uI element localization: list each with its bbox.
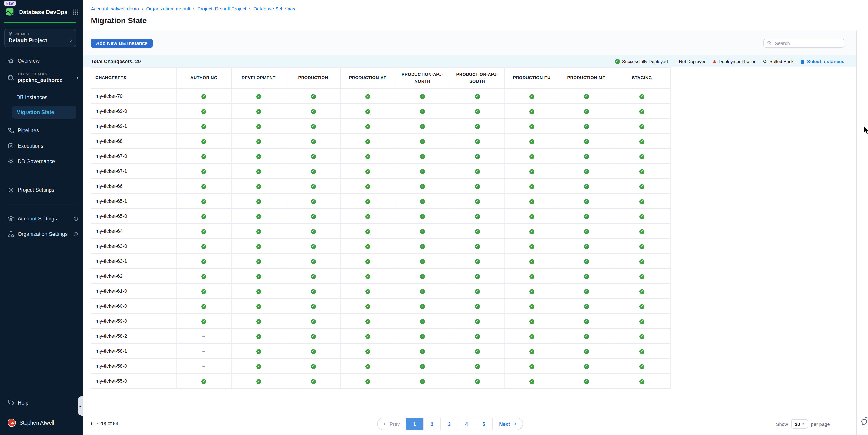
sidebar-item-overview[interactable]: Overview <box>4 55 79 67</box>
status-cell: ✓ <box>231 269 286 283</box>
svg-text:?: ? <box>9 400 11 403</box>
feedback-widget-icon[interactable] <box>860 416 868 425</box>
status-cell: ✓ <box>450 223 504 239</box>
search-box[interactable] <box>764 38 844 48</box>
success-icon: ✓ <box>311 349 316 354</box>
sidebar-collapse-handle[interactable]: ◀ <box>78 396 83 416</box>
success-icon: ✓ <box>640 349 644 354</box>
success-icon: ✓ <box>640 364 644 369</box>
status-cell: ✓ <box>286 133 340 148</box>
breadcrumb-link[interactable]: Account: satwell-demo <box>91 6 139 11</box>
success-icon: ✓ <box>529 199 534 204</box>
page-button-1[interactable]: 1 <box>406 418 423 430</box>
success-icon: ✓ <box>420 139 425 144</box>
sidebar-item-help[interactable]: ? Help <box>4 396 79 409</box>
status-cell: ✓ <box>450 269 504 283</box>
status-cell: ✓ <box>231 148 286 163</box>
caret-down-icon: ▾ <box>802 422 804 426</box>
not-deployed-dash: – <box>203 348 205 354</box>
success-icon: ✓ <box>365 334 370 339</box>
add-db-instance-button[interactable]: Add New DB Instance <box>91 38 152 48</box>
success-icon: ✓ <box>584 214 589 219</box>
status-cell: ✓ <box>395 283 450 299</box>
success-icon: ✓ <box>529 124 534 129</box>
select-instances-button[interactable]: Select Instances <box>801 59 844 64</box>
status-cell: ✓ <box>614 239 670 253</box>
status-cell: ✓ <box>614 163 670 178</box>
success-icon: ✓ <box>256 259 261 264</box>
success-icon: ✓ <box>640 229 644 234</box>
sidebar-item-db-schemas[interactable]: DB SCHEMAS pipeline_authored › <box>4 69 79 86</box>
page-button-4[interactable]: 4 <box>458 418 475 430</box>
changeset-name: my-ticket-58-2 <box>91 329 176 343</box>
next-page-button[interactable]: Next → <box>492 418 523 430</box>
success-icon: ✓ <box>640 139 644 144</box>
page-button-2[interactable]: 2 <box>423 418 440 430</box>
info-icon[interactable] <box>73 231 79 237</box>
sidebar-item-pipelines[interactable]: Pipelines <box>4 124 79 137</box>
status-cell: ✓ <box>395 329 450 343</box>
status-cell: ✓ <box>559 103 614 118</box>
status-cell: ✓ <box>176 313 231 329</box>
sidebar-item-account-settings[interactable]: Account Settings <box>4 212 79 225</box>
page-size-value: 20 <box>795 421 800 427</box>
sidebar-item-label: DB Instances <box>17 95 48 100</box>
status-cell: – <box>176 359 231 373</box>
page-size-select[interactable]: 20 ▾ <box>791 419 808 429</box>
success-icon: ✓ <box>475 304 480 309</box>
page-button-5[interactable]: 5 <box>475 418 492 430</box>
status-cell: ✓ <box>559 283 614 299</box>
sidebar-item-organization-settings[interactable]: Organization Settings <box>4 228 79 241</box>
breadcrumb-link[interactable]: Database Schemas <box>254 6 295 11</box>
success-icon: ✓ <box>420 304 425 309</box>
status-cell: ✓ <box>450 253 504 269</box>
success-icon: ✓ <box>256 214 261 219</box>
layers-icon <box>8 215 14 222</box>
status-cell: ✓ <box>286 299 340 313</box>
status-cell: ✓ <box>614 329 670 343</box>
success-icon: ✓ <box>640 199 644 204</box>
breadcrumb-link[interactable]: Organization: default <box>146 6 190 11</box>
user-menu[interactable]: SA Stephen Atwell <box>4 416 79 429</box>
project-selector[interactable]: PROJECT Default Project › <box>4 29 76 47</box>
breadcrumb-link[interactable]: Project: Default Project <box>197 6 246 11</box>
sidebar-item-executions[interactable]: Executions <box>4 139 79 152</box>
status-bar: Total Changesets: 20 ✓Successfully Deplo… <box>83 56 856 67</box>
status-cell: ✓ <box>176 209 231 223</box>
sidebar-item-label: Overview <box>18 58 39 64</box>
not-deployed-dash: – <box>203 363 205 369</box>
success-icon: ✓ <box>420 319 425 324</box>
breadcrumb-separator-icon: › <box>142 6 144 11</box>
prev-page-button[interactable]: ← Prev <box>378 418 406 430</box>
page-button-3[interactable]: 3 <box>440 418 458 430</box>
success-icon: ✓ <box>420 259 425 264</box>
module-grid-icon[interactable] <box>73 9 79 15</box>
status-cell: ✓ <box>559 193 614 209</box>
status-cell: ✓ <box>614 269 670 283</box>
next-arrow-icon: → <box>512 421 516 427</box>
success-icon: ✓ <box>475 259 480 264</box>
status-cell: ✓ <box>286 373 340 389</box>
search-input[interactable] <box>774 40 841 46</box>
table-row: my-ticket-65-0✓✓✓✓✓✓✓✓✓ <box>91 209 670 223</box>
table-body: my-ticket-70✓✓✓✓✓✓✓✓✓my-ticket-69-0✓✓✓✓✓… <box>91 88 670 389</box>
sidebar-item-db-governance[interactable]: DB Governance <box>4 155 79 168</box>
changeset-name: my-ticket-58-0 <box>91 359 176 373</box>
success-icon: ✓ <box>256 349 261 354</box>
status-cell: ✓ <box>286 269 340 283</box>
table-row: my-ticket-66✓✓✓✓✓✓✓✓✓ <box>91 178 670 193</box>
column-header: PRODUCTION-ME <box>559 67 614 88</box>
status-cell: ✓ <box>395 178 450 193</box>
success-icon: ✓ <box>201 259 206 264</box>
status-cell: ✓ <box>395 148 450 163</box>
status-cell: ✓ <box>176 178 231 193</box>
status-cell: ✓ <box>395 88 450 103</box>
success-icon: ✓ <box>201 124 206 129</box>
status-cell: ✓ <box>231 178 286 193</box>
success-icon: ✓ <box>529 184 534 189</box>
success-icon: ✓ <box>201 304 206 309</box>
sidebar-item-migration-state[interactable]: Migration State <box>12 106 76 119</box>
sidebar-item-project-settings[interactable]: Project Settings <box>4 184 79 196</box>
info-icon[interactable] <box>73 216 79 221</box>
sidebar-item-db-instances[interactable]: DB Instances <box>12 91 79 104</box>
